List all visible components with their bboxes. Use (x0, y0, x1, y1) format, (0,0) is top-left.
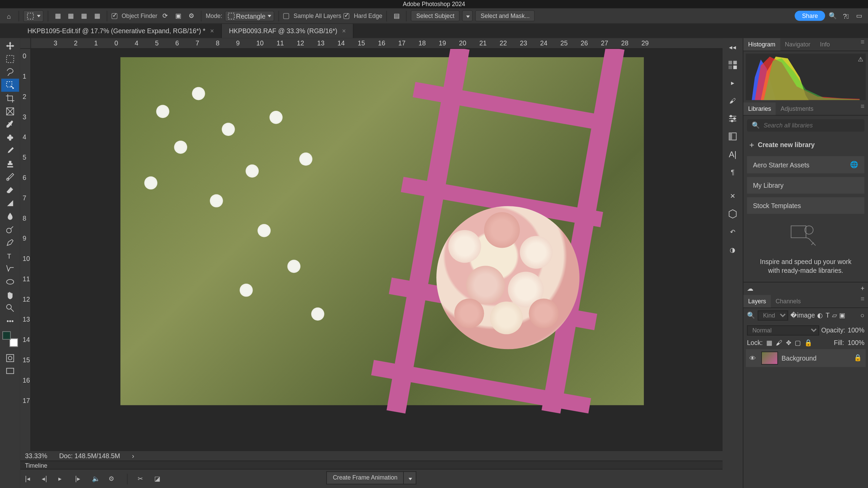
home-icon[interactable]: ⌂ (4, 11, 15, 21)
filter-image-icon[interactable]: �image (790, 311, 815, 319)
intersect-selection-icon[interactable]: ▦ (92, 11, 103, 21)
doc-size[interactable]: Doc: 148.5M/148.5M (59, 452, 120, 460)
object-selection-tool[interactable] (1, 79, 19, 92)
lock-paint-icon[interactable]: 🖌 (776, 339, 782, 346)
filter-smart-icon[interactable]: ▣ (839, 311, 845, 319)
timeline-header[interactable]: Timeline (20, 461, 723, 469)
filter-kind[interactable]: Kind (758, 310, 788, 321)
lock-all-icon[interactable]: 🔒 (804, 339, 813, 347)
transition-icon[interactable]: ◪ (154, 474, 163, 483)
tab-info[interactable]: Info (815, 38, 834, 51)
tab-layers[interactable]: Layers (744, 295, 771, 307)
select-subject-button[interactable]: Select Subject (411, 10, 460, 21)
comments-panel-icon[interactable]: ◑ (726, 243, 739, 256)
brush-tool[interactable] (1, 144, 19, 157)
marquee-tool[interactable] (1, 53, 19, 66)
3d-panel-icon[interactable] (726, 207, 739, 221)
refresh-icon[interactable]: ⟳ (160, 11, 171, 21)
sample-all-checkbox[interactable] (283, 13, 290, 19)
color-swatches[interactable] (2, 331, 18, 347)
next-frame-icon[interactable]: |▸ (75, 474, 84, 483)
lasso-tool[interactable] (1, 65, 19, 79)
gradient-tool[interactable] (1, 197, 19, 210)
frame-tool[interactable] (1, 105, 19, 118)
timeline-settings-icon[interactable]: ⚙ (108, 474, 117, 483)
add-selection-icon[interactable]: ▦ (65, 11, 76, 21)
tab-doc-1[interactable]: HKPB1095-Edit.tif @ 17.7% (Generative Ex… (20, 24, 222, 38)
hard-edge-checkbox[interactable] (343, 13, 350, 19)
play-icon[interactable]: ▸ (58, 474, 67, 483)
quickmask-tool[interactable] (1, 351, 19, 365)
share-button[interactable]: Share (795, 11, 825, 21)
lock-nest-icon[interactable]: ▢ (795, 339, 801, 347)
filter-type-icon[interactable]: T (826, 312, 830, 319)
type-tool[interactable]: T (1, 249, 19, 262)
add-icon[interactable]: + (861, 285, 864, 292)
select-and-mask-button[interactable]: Select and Mask... (475, 10, 535, 21)
object-finder-checkbox[interactable] (112, 13, 118, 19)
split-icon[interactable]: ✂ (138, 474, 146, 483)
filter-toggle[interactable]: ○ (861, 312, 865, 319)
close-icon[interactable]: × (210, 27, 214, 35)
tab-channels[interactable]: Channels (771, 295, 805, 307)
zoom-tool[interactable] (1, 302, 19, 315)
actions-panel-icon[interactable]: ▸ (726, 76, 739, 89)
tab-adjustments[interactable]: Adjustments (776, 102, 818, 115)
workspace-icon[interactable]: ▭ (854, 11, 865, 21)
stamp-tool[interactable] (1, 157, 19, 170)
status-chevron-icon[interactable]: › (132, 452, 134, 460)
adjust-panel-icon[interactable] (726, 112, 739, 125)
tools-panel-icon[interactable]: ✕ (726, 189, 739, 203)
opacity-value[interactable]: 100% (848, 327, 864, 334)
edit-toolbar[interactable] (1, 314, 19, 328)
new-selection-icon[interactable]: ▦ (53, 11, 63, 21)
library-search[interactable]: 🔍 (747, 119, 864, 132)
subtract-selection-icon[interactable]: ▦ (79, 11, 90, 21)
close-icon[interactable]: × (342, 27, 346, 35)
filter-shape-icon[interactable]: ▱ (832, 311, 837, 319)
zoom-value[interactable]: 33.33% (25, 452, 47, 460)
search-icon[interactable]: 🔍 (827, 11, 838, 21)
properties-panel-icon[interactable] (726, 130, 739, 143)
filter-adjust-icon[interactable]: ◐ (817, 311, 823, 319)
ruler-horizontal[interactable]: 0123456789101112131415161718192021222324… (20, 38, 723, 49)
visibility-icon[interactable]: 👁 (749, 354, 758, 362)
create-library-button[interactable]: + Create new library (747, 138, 864, 152)
tool-preset[interactable] (23, 10, 44, 22)
crop-tool[interactable] (1, 92, 19, 105)
screenmode-tool[interactable] (1, 365, 19, 378)
feedback-icon[interactable]: ▤ (391, 11, 402, 21)
paragraph-panel-icon[interactable]: ¶ (726, 166, 739, 179)
ruler-vertical[interactable]: 01234567891011121314151617 (20, 49, 31, 451)
eraser-tool[interactable] (1, 184, 19, 197)
select-subject-dropdown[interactable] (462, 10, 473, 21)
fill-value[interactable]: 100% (848, 339, 864, 346)
layer-row[interactable]: 👁 Background 🔒 (746, 349, 866, 367)
tab-doc-2[interactable]: HKPB0093.RAF @ 33.3% (RGB/16*)× (222, 24, 354, 38)
panel-menu-icon[interactable]: ≡ (857, 38, 868, 51)
tab-histogram[interactable]: Histogram (744, 38, 780, 51)
warning-icon[interactable]: ⚠ (858, 56, 863, 62)
dodge-tool[interactable] (1, 223, 19, 236)
panel-menu-icon[interactable]: ≡ (857, 295, 868, 307)
shape-tool[interactable] (1, 275, 19, 288)
path-tool[interactable] (1, 262, 19, 276)
blend-mode[interactable]: Normal (747, 325, 819, 336)
lock-trans-icon[interactable]: ▦ (766, 339, 772, 347)
brushes-panel-icon[interactable]: 🖌 (726, 94, 739, 107)
create-frame-button[interactable]: Create Frame Animation (326, 471, 404, 485)
mode-dropdown[interactable]: Rectangle (225, 11, 275, 21)
eyedropper-tool[interactable] (1, 118, 19, 131)
cloud-icon[interactable]: ☁ (747, 285, 753, 292)
library-item[interactable]: My Library (747, 177, 864, 194)
history-brush-tool[interactable] (1, 170, 19, 184)
layer-thumbnail[interactable] (761, 351, 778, 365)
search-input[interactable] (764, 122, 860, 128)
heal-tool[interactable] (1, 131, 19, 144)
panel-menu-icon[interactable]: ≡ (857, 102, 868, 115)
hand-tool[interactable] (1, 288, 19, 302)
history-panel-icon[interactable]: ↶ (726, 225, 739, 239)
prev-frame-icon[interactable]: ◂| (42, 474, 50, 483)
library-item[interactable]: Aero Starter Assets🌐 (747, 156, 864, 174)
pen-tool[interactable] (1, 236, 19, 249)
